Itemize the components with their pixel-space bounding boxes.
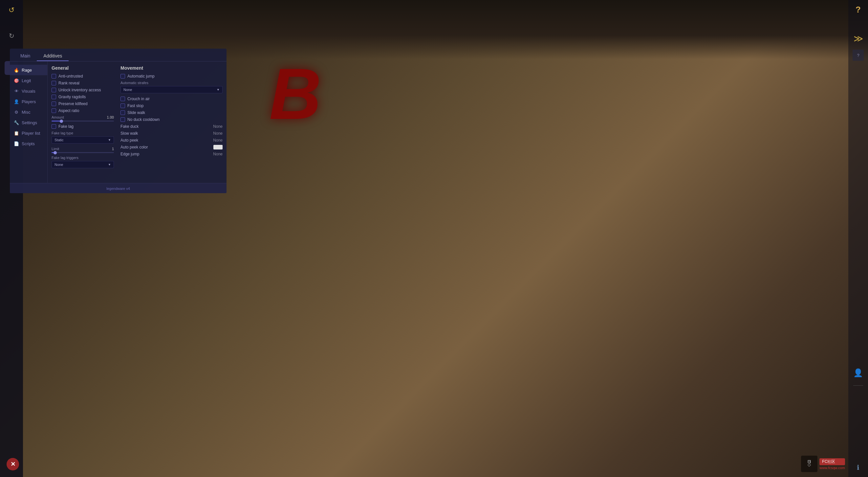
nav-item-visuals[interactable]: 👁 Visuals [10, 86, 47, 96]
automatic-jump-checkbox[interactable] [121, 74, 125, 79]
nav-label-misc: Misc [22, 110, 31, 115]
nav-label-players: Players [22, 99, 36, 104]
unlock-inventory-checkbox[interactable] [52, 88, 56, 92]
general-section: General Anti-untrusted Rank reveal Unloc… [52, 65, 114, 179]
anti-untrusted-row: Anti-untrusted [52, 74, 114, 79]
fast-stop-label: Fast stop [127, 103, 144, 108]
fake-lag-checkbox[interactable] [52, 124, 56, 129]
amount-slider-track[interactable] [52, 121, 114, 122]
slide-walk-row: Slide walk [121, 110, 223, 115]
limit-label: Limit [52, 147, 59, 151]
right-sidebar: ? ≫ ? 👤 ℹ [848, 0, 868, 477]
nav-menu: 🔥 Rage 🎯 Legit 👁 Visuals 👤 Players ⚙ Mis… [10, 61, 48, 183]
sidebar-icon-menu[interactable]: ↺ [5, 3, 19, 17]
automatic-jump-label: Automatic jump [127, 74, 155, 79]
preserve-killfeed-label: Preserve killfeed [58, 101, 88, 106]
tab-additives[interactable]: Additives [37, 51, 69, 61]
watermark-info: FC社区 www.fcsqw.com [819, 458, 845, 470]
nav-item-misc[interactable]: ⚙ Misc [10, 107, 47, 117]
anti-untrusted-label: Anti-untrusted [58, 74, 83, 79]
anti-untrusted-checkbox[interactable] [52, 74, 56, 79]
crouch-in-air-row: Crouch in air [121, 97, 223, 101]
b-symbol: B [269, 53, 321, 136]
slide-walk-label: Slide walk [127, 110, 145, 115]
nav-label-player-list: Player list [22, 131, 40, 136]
auto-peek-color-label: Auto peek color [121, 145, 148, 149]
panel-body: 🔥 Rage 🎯 Legit 👁 Visuals 👤 Players ⚙ Mis… [10, 61, 226, 183]
rage-icon: 🔥 [14, 67, 19, 72]
nav-item-players[interactable]: 👤 Players [10, 96, 47, 107]
fc-badge: FC社区 [819, 458, 845, 465]
auto-peek-row: Auto peek None [121, 138, 223, 143]
amount-slider-thumb[interactable] [60, 120, 63, 123]
aspect-ratio-row: Aspect ratio [52, 109, 114, 113]
fast-stop-row: Fast stop [121, 103, 223, 108]
fake-lag-row: Fake lag [52, 124, 114, 129]
fake-lag-triggers-dropdown[interactable]: None ▼ [52, 161, 114, 168]
slow-walk-row: Slow walk None [121, 131, 223, 136]
nav-label-visuals: Visuals [22, 89, 35, 94]
aspect-ratio-label: Aspect ratio [58, 109, 79, 113]
fake-lag-triggers-value: None [55, 162, 63, 167]
fake-duck-label: Fake duck [121, 124, 138, 129]
limit-slider-thumb[interactable] [54, 151, 57, 154]
gravity-ragdolls-label: Gravity ragdolls [58, 95, 86, 99]
no-duck-cooldown-checkbox[interactable] [121, 117, 125, 122]
aspect-ratio-checkbox[interactable] [52, 109, 56, 113]
settings-icon: 🔧 [14, 120, 19, 125]
amount-label: Amount [52, 115, 64, 119]
fast-stop-checkbox[interactable] [121, 103, 125, 108]
general-title: General [52, 65, 114, 71]
tab-main[interactable]: Main [14, 51, 37, 61]
gravity-ragdolls-checkbox[interactable] [52, 95, 56, 99]
watermark-site: www.fcsqw.com [819, 466, 845, 470]
auto-peek-value: None [213, 138, 223, 143]
slide-walk-checkbox[interactable] [121, 110, 125, 115]
question-icon[interactable]: ? [852, 3, 864, 16]
no-duck-cooldown-label: No duck cooldown [127, 117, 160, 122]
nav-item-player-list[interactable]: 📋 Player list [10, 128, 47, 138]
misc-icon: ⚙ [14, 110, 19, 115]
auto-peek-color-swatch[interactable] [213, 145, 223, 149]
auto-peek-label: Auto peek [121, 138, 138, 143]
sidebar-icon-refresh[interactable]: ↻ [5, 29, 19, 43]
limit-slider-track[interactable] [52, 152, 114, 153]
info-icon[interactable]: ℹ [852, 461, 864, 474]
rank-reveal-checkbox[interactable] [52, 81, 56, 85]
crouch-in-air-checkbox[interactable] [121, 97, 125, 101]
nav-item-settings[interactable]: 🔧 Settings [10, 117, 47, 128]
panel-tabs: Main Additives [10, 49, 226, 61]
preserve-killfeed-checkbox[interactable] [52, 101, 56, 106]
fake-lag-triggers-label: Fake lag triggers [52, 156, 114, 160]
dropdown-arrow-3-icon: ▼ [217, 88, 220, 91]
gravity-ragdolls-row: Gravity ragdolls [52, 95, 114, 99]
limit-value: 1 [112, 147, 114, 151]
fc-text: FC社区 [822, 459, 835, 464]
auto-strafes-container: Automatic strafes None ▼ [121, 81, 223, 93]
nav-item-legit[interactable]: 🎯 Legit [10, 75, 47, 86]
unlock-inventory-label: Unlock inventory access [58, 88, 101, 92]
nav-item-scripts[interactable]: 📄 Scripts [10, 138, 47, 149]
user-icon[interactable]: 👤 [852, 367, 864, 379]
watermark-icon: 🎖 [801, 456, 817, 472]
players-icon: 👤 [14, 99, 19, 104]
crouch-in-air-label: Crouch in air [127, 97, 150, 101]
fake-lag-type-dropdown[interactable]: Static ▼ [52, 136, 114, 144]
fake-lag-triggers-container: Fake lag triggers None ▼ [52, 156, 114, 168]
close-button[interactable]: ✕ [6, 458, 19, 471]
auto-strafes-dropdown[interactable]: None ▼ [121, 86, 223, 93]
badge-icon[interactable]: ? [852, 50, 864, 61]
dropdown-arrow-2-icon: ▼ [108, 163, 111, 166]
amount-row: Amount 1.00 [52, 115, 114, 119]
nav-label-rage: Rage [22, 68, 32, 72]
scripts-icon: 📄 [14, 141, 19, 146]
auto-strafes-value: None [123, 88, 132, 92]
preserve-killfeed-row: Preserve killfeed [52, 101, 114, 106]
slow-walk-label: Slow walk [121, 131, 138, 136]
rank-icon: ≫ [852, 32, 864, 45]
nav-item-rage[interactable]: 🔥 Rage [10, 65, 47, 75]
movement-title: Movement [121, 65, 223, 71]
fake-lag-label: Fake lag [58, 124, 73, 129]
edge-jump-row: Edge jump None [121, 152, 223, 156]
no-duck-cooldown-row: No duck cooldown [121, 117, 223, 122]
